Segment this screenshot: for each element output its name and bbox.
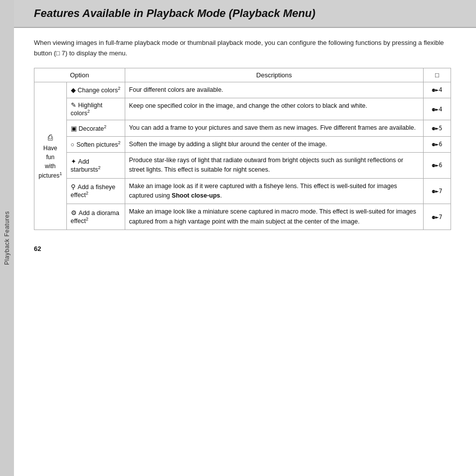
features-table: Option Descriptions □ ⎙Have funwithpictu… [34, 68, 451, 231]
option-cell: ◆Change colors2 [66, 82, 125, 98]
main-content: Features Available in Playback Mode (Pla… [14, 0, 476, 476]
main-option-cell: ⎙Have funwithpictures1 [34, 82, 67, 230]
ref-cell: ⚉►6 [424, 152, 451, 178]
option-cell: ✦Add starbursts2 [66, 152, 125, 178]
option-cell: ✎Highlight colors2 [66, 98, 125, 120]
description-cell: You can add a frame to your pictures and… [125, 120, 423, 136]
page-title: Features Available in Playback Mode (Pla… [34, 7, 456, 20]
option-icon-0: ◆ [71, 86, 76, 94]
side-tab: Playback Features [0, 0, 14, 476]
title-bar: Features Available in Playback Mode (Pla… [14, 0, 476, 28]
ref-cell: ⚉►4 [424, 82, 451, 98]
option-icon-2: ▣ [71, 125, 77, 132]
ref-text: ⚉►4 [432, 86, 443, 93]
page-number: 62 [34, 245, 451, 252]
description-cell: Four different colors are available. [125, 82, 423, 98]
description-cell: Keep one specified color in the image, a… [125, 98, 423, 120]
option-icon-5: ⚲ [71, 183, 76, 191]
ref-cell: ⚉►7 [424, 178, 451, 204]
ref-cell: ⚉►6 [424, 136, 451, 152]
header-option: Option [34, 68, 125, 82]
header-ref: □ [424, 68, 451, 82]
description-cell: Soften the image by adding a slight blur… [125, 136, 423, 152]
ref-text: ⚉►7 [432, 214, 443, 221]
ref-text: ⚉►7 [432, 188, 443, 195]
ref-cell: ⚉►7 [424, 204, 451, 230]
ref-cell: ⚉►4 [424, 98, 451, 120]
ref-text: ⚉►5 [432, 125, 443, 132]
option-cell: ○Soften pictures2 [66, 136, 125, 152]
option-icon-1: ✎ [71, 101, 76, 109]
description-cell: Produce star-like rays of light that rad… [125, 152, 423, 178]
ref-text: ⚉►6 [432, 141, 443, 148]
option-cell: ⚙Add a diorama effect2 [66, 204, 125, 230]
option-cell: ▣Decorate2 [66, 120, 125, 136]
description-cell: Make an image look like a miniature scen… [125, 204, 423, 230]
ref-text: ⚉►4 [432, 106, 443, 113]
ref-cell: ⚉►5 [424, 120, 451, 136]
option-cell: ⚲Add a fisheye effect2 [66, 178, 125, 204]
option-icon-4: ✦ [71, 158, 76, 165]
main-option-label: Have funwithpictures1 [38, 145, 62, 179]
header-descriptions: Descriptions [125, 68, 423, 82]
intro-text: When viewing images in full-frame playba… [34, 38, 451, 59]
option-icon-6: ⚙ [71, 209, 77, 217]
description-cell: Make an image look as if it were capture… [125, 178, 423, 204]
option-icon-3: ○ [71, 141, 75, 148]
ref-text: ⚉►6 [432, 162, 443, 169]
side-tab-label: Playback Features [3, 211, 10, 265]
